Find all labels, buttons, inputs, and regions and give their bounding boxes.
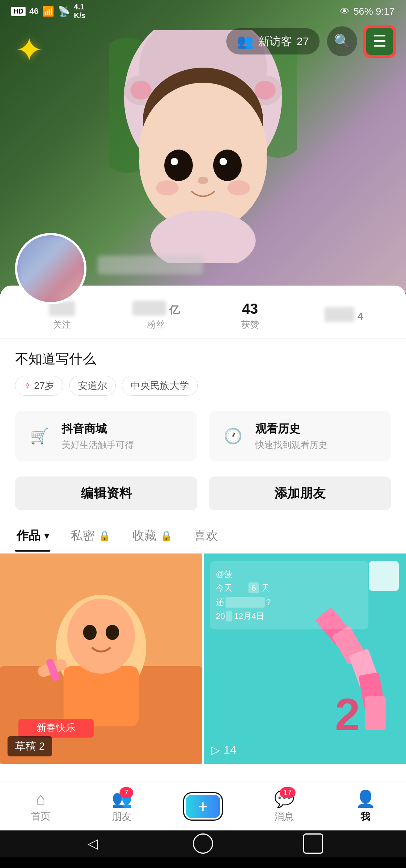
status-bar: HD 46 📶 📡 4.1K/s 👁 56% 9:17 xyxy=(0,0,406,23)
shop-title: 抖音商城 xyxy=(62,421,134,437)
tab-works[interactable]: 作品 ▾ xyxy=(15,522,50,552)
bio-section: 不知道写什么 ♀ 27岁 安道尔 中央民族大学 xyxy=(0,339,406,403)
quick-links: 🛒 抖音商城 美好生活触手可得 🕐 观看历史 快速找到观看历史 xyxy=(0,403,406,469)
play-count: ▷ 14 xyxy=(211,743,236,756)
visitors-count: 27 xyxy=(297,35,309,48)
nav-home[interactable]: ⌂ 首页 xyxy=(0,789,81,823)
svg-rect-37 xyxy=(369,561,399,591)
wifi-icon: 📡 xyxy=(58,6,70,17)
back-icon: ◁ xyxy=(88,836,98,851)
home-gesture-icon xyxy=(193,833,213,854)
svg-text:2: 2 xyxy=(335,689,360,739)
history-icon: 🕐 xyxy=(220,423,246,449)
back-gesture[interactable]: ◁ xyxy=(82,832,104,855)
school-label: 中央民族大学 xyxy=(130,379,189,392)
me-icon: 👤 xyxy=(355,789,376,809)
avatar-image xyxy=(17,235,84,302)
stat-likes-label: 获赞 xyxy=(203,319,297,331)
draft-badge: 草稿 2 xyxy=(8,736,52,756)
shop-subtitle: 美好生活触手可得 xyxy=(62,439,134,451)
svg-point-13 xyxy=(171,158,178,165)
content-grid: 新春快乐 草稿 2 2 @菠 xyxy=(0,552,406,765)
history-subtitle: 快速找到观看历史 xyxy=(255,439,327,451)
nav-messages[interactable]: 17 💬 消息 xyxy=(244,789,325,823)
nav-me[interactable]: 👤 我 xyxy=(325,789,406,823)
status-right: 👁 56% 9:17 xyxy=(340,6,395,17)
stat-following[interactable]: 关注 xyxy=(15,301,109,331)
overlay-line1: 今天 6 天 xyxy=(216,582,270,593)
school-tag[interactable]: 中央民族大学 xyxy=(122,376,198,396)
search-button[interactable]: 🔍 xyxy=(327,26,357,56)
svg-point-15 xyxy=(198,177,208,184)
edit-profile-button[interactable]: 编辑资料 xyxy=(15,476,197,510)
visitors-label: 新访客 xyxy=(258,34,292,49)
avatar[interactable] xyxy=(15,233,86,304)
svg-point-11 xyxy=(164,150,193,181)
tab-likes[interactable]: 喜欢 xyxy=(192,522,220,552)
create-button[interactable]: + xyxy=(184,793,222,820)
age-tag[interactable]: ♀ 27岁 xyxy=(15,376,63,396)
gender-icon: ♀ xyxy=(24,380,31,392)
overlay-line2: 还 ? xyxy=(216,597,271,607)
username-area xyxy=(98,256,203,274)
stat-fans-label: 粉丝 xyxy=(109,319,203,331)
svg-point-17 xyxy=(227,180,250,195)
nav-create[interactable]: + xyxy=(162,793,244,820)
favorites-lock-icon: 🔒 xyxy=(160,530,172,542)
gesture-bar: ◁ xyxy=(0,830,406,857)
hamburger-icon: ☰ xyxy=(373,33,387,49)
svg-point-16 xyxy=(156,180,179,195)
svg-point-25 xyxy=(106,625,119,640)
location-tag[interactable]: 安道尔 xyxy=(69,376,116,396)
messages-label: 消息 xyxy=(274,810,294,823)
nav-friends[interactable]: 7 👥 朋友 xyxy=(81,789,162,823)
grid-item-video[interactable]: 2 @菠 今天 6 天 还 ? 2012月4日 ▷ 14 xyxy=(204,553,406,764)
stat-fans-blur xyxy=(132,301,166,316)
play-number: 14 xyxy=(224,744,236,756)
stat-extra-blur xyxy=(324,307,354,322)
private-lock-icon: 🔒 xyxy=(98,530,111,542)
status-left: HD 46 📶 📡 4.1K/s xyxy=(11,3,86,20)
tab-favorites[interactable]: 收藏 🔒 xyxy=(131,522,174,552)
messages-badge: 17 xyxy=(280,787,295,798)
svg-point-14 xyxy=(220,158,227,165)
stat-likes[interactable]: 43 获赞 xyxy=(203,301,297,331)
signal-4g: 46 xyxy=(29,6,38,16)
shop-link[interactable]: 🛒 抖音商城 美好生活触手可得 xyxy=(15,411,197,461)
add-friend-button[interactable]: 添加朋友 xyxy=(209,476,391,510)
stat-extra[interactable]: 4 xyxy=(297,307,391,325)
avatar-section xyxy=(15,233,86,304)
recents-gesture[interactable] xyxy=(302,832,324,855)
svg-point-12 xyxy=(213,150,242,181)
svg-text:新春快乐: 新春快乐 xyxy=(36,722,76,733)
overlay-line3: 2012月4日 xyxy=(216,611,264,621)
plus-icon: + xyxy=(198,796,208,817)
hd-badge: HD xyxy=(11,7,26,16)
location-label: 安道尔 xyxy=(78,379,107,392)
friends-label: 朋友 xyxy=(112,810,132,823)
signal-bars: 📶 xyxy=(42,6,54,17)
home-icon: ⌂ xyxy=(36,789,46,808)
svg-point-23 xyxy=(67,599,135,674)
tags-row: ♀ 27岁 安道尔 中央民族大学 xyxy=(15,376,391,396)
home-gesture[interactable] xyxy=(192,832,214,855)
menu-button[interactable]: ☰ xyxy=(365,26,395,56)
visitors-button[interactable]: 👥 新访客 27 xyxy=(226,28,320,54)
stat-fans[interactable]: 亿 粉丝 xyxy=(109,301,203,331)
play-icon: ▷ xyxy=(211,743,220,756)
history-title: 观看历史 xyxy=(255,421,327,437)
shop-icon: 🛒 xyxy=(26,423,53,449)
speed-indicator: 4.1K/s xyxy=(74,3,85,20)
history-link[interactable]: 🕐 观看历史 快速找到观看历史 xyxy=(209,411,391,461)
svg-point-10 xyxy=(139,83,267,218)
age-label: 27岁 xyxy=(34,379,55,392)
grid-item-draft[interactable]: 新春快乐 草稿 2 xyxy=(0,553,202,764)
overlay-card: @菠 今天 6 天 还 ? 2012月4日 xyxy=(210,561,368,629)
action-buttons: 编辑资料 添加朋友 xyxy=(0,469,406,518)
svg-point-6 xyxy=(130,81,151,100)
tab-private[interactable]: 私密 🔒 xyxy=(69,522,112,552)
header-bar: 👥 新访客 27 🔍 ☰ xyxy=(0,24,406,58)
recents-icon xyxy=(303,833,323,854)
svg-point-24 xyxy=(83,625,97,640)
history-texts: 观看历史 快速找到观看历史 xyxy=(255,421,327,451)
